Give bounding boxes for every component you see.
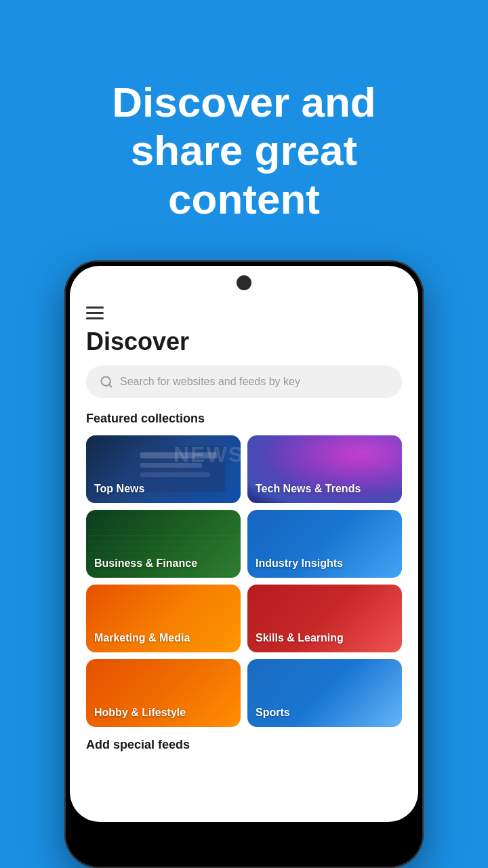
featured-section-label: Featured collections <box>70 412 418 435</box>
svg-line-1 <box>109 384 112 387</box>
add-feeds-section: Add special feeds <box>70 727 418 752</box>
collection-card-marketing[interactable]: Marketing & Media <box>86 585 241 652</box>
collection-card-sports[interactable]: Sports <box>247 659 402 727</box>
phone-device: Discover Search for websites and feeds b… <box>64 260 424 868</box>
search-bar[interactable]: Search for websites and feeds by key <box>86 366 402 398</box>
collection-label-business: Business & Finance <box>94 557 197 570</box>
phone-screen: Discover Search for websites and feeds b… <box>70 266 418 822</box>
app-bar <box>70 300 418 319</box>
collection-label-skills: Skills & Learning <box>256 631 344 644</box>
collections-grid: Top News Tech News & Trends Business & F… <box>70 435 418 727</box>
collection-card-business[interactable]: Business & Finance <box>86 510 241 578</box>
collection-card-tech-news[interactable]: Tech News & Trends <box>247 435 402 503</box>
camera-dot <box>237 275 251 290</box>
collection-card-hobby[interactable]: Hobby & Lifestyle <box>86 659 241 727</box>
hamburger-menu-button[interactable] <box>86 307 104 319</box>
collection-card-top-news[interactable]: Top News <box>86 435 241 503</box>
page-title: Discover <box>70 319 418 366</box>
collection-card-industry[interactable]: Industry Insights <box>247 510 402 578</box>
collection-label-industry: Industry Insights <box>256 557 343 570</box>
collection-label-sports: Sports <box>256 706 290 719</box>
search-placeholder-text: Search for websites and feeds by key <box>120 376 300 388</box>
hero-section: Discover and share great content <box>0 0 488 260</box>
collection-card-skills[interactable]: Skills & Learning <box>247 585 402 652</box>
collection-label-top-news: Top News <box>94 482 144 495</box>
hero-title: Discover and share great content <box>41 37 447 243</box>
add-feeds-title: Add special feeds <box>86 738 402 752</box>
phone-wrapper: Discover Search for websites and feeds b… <box>58 260 430 868</box>
collection-label-hobby: Hobby & Lifestyle <box>94 706 186 719</box>
collection-label-tech-news: Tech News & Trends <box>256 482 361 495</box>
collection-label-marketing: Marketing & Media <box>94 631 190 644</box>
search-icon <box>100 375 113 389</box>
